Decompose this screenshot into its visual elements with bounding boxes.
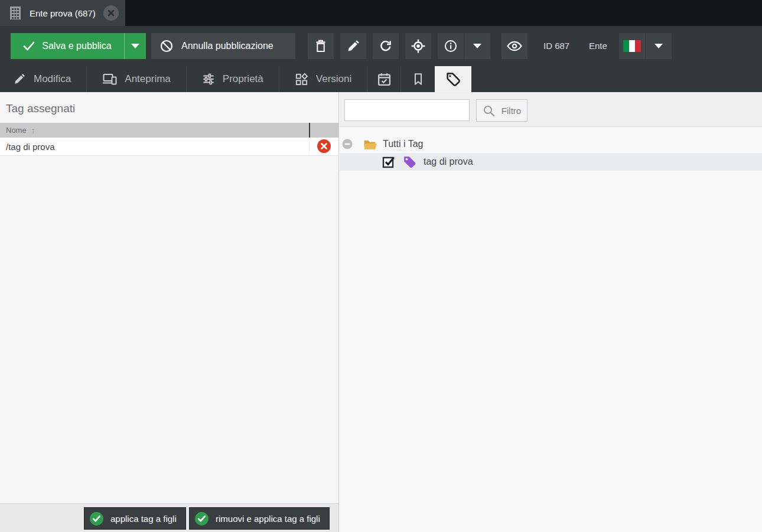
target-icon xyxy=(411,38,426,54)
assigned-tag-row[interactable]: /tag di prova xyxy=(0,138,338,156)
filter-bar: Filtro xyxy=(340,92,762,127)
tag-icon xyxy=(445,71,461,87)
calendar-check-icon xyxy=(377,72,392,87)
tree-root-label: Tutti i Tag xyxy=(383,139,423,149)
sort-ascending-icon: ↑ xyxy=(31,126,35,135)
column-header-label: Nome xyxy=(6,126,27,135)
check-circle-icon xyxy=(89,511,104,526)
tab-anteprima[interactable]: Anteprima xyxy=(87,66,186,92)
language-dropdown-button[interactable] xyxy=(646,33,672,59)
tags-view: Tag assegnati Nome ↑ /tag di prova xyxy=(0,92,762,532)
chevron-down-icon xyxy=(473,44,481,48)
language-flag-button[interactable] xyxy=(619,33,645,59)
info-icon xyxy=(444,39,458,53)
assigned-tags-footer: applica tag a figli rimuovi e applica ta… xyxy=(0,503,338,532)
tab-label: Proprietà xyxy=(223,73,263,85)
tab-tags-active[interactable] xyxy=(435,66,471,92)
eye-icon xyxy=(506,39,523,53)
tag-browser-panel: Filtro Tutti i Tag xyxy=(340,92,762,532)
pencil-icon xyxy=(346,39,360,53)
action-toolbar: Salva e pubblica Annulla pubblicazione xyxy=(0,26,762,66)
tab-scheduled-calendar[interactable] xyxy=(367,66,401,92)
tag-icon xyxy=(402,155,417,169)
assigned-tag-name: /tag di prova xyxy=(6,142,55,152)
save-publish-split-button: Salva e pubblica xyxy=(11,33,146,59)
close-icon xyxy=(108,9,115,17)
panel-title: Tag assegnati xyxy=(0,92,338,115)
search-icon xyxy=(483,105,495,117)
info-dropdown-button[interactable] xyxy=(464,33,490,59)
bookmark-icon xyxy=(412,72,425,86)
tab-proprieta[interactable]: Proprietà xyxy=(187,66,279,92)
checked-checkbox[interactable] xyxy=(382,155,396,169)
tree-tag-label: tag di prova xyxy=(424,156,473,167)
cms-edit-window: Ente prova (687) Salva e pubblica xyxy=(0,0,762,532)
trash-icon xyxy=(314,39,328,53)
tab-label: Anteprima xyxy=(125,73,170,85)
name-column-header[interactable]: Nome ↑ xyxy=(0,123,338,138)
language-selector xyxy=(619,33,672,59)
row-action-cell xyxy=(309,138,338,155)
delete-button[interactable] xyxy=(308,33,334,59)
edit-button[interactable] xyxy=(340,33,366,59)
tab-bookmark[interactable] xyxy=(401,66,435,92)
versions-icon xyxy=(295,73,308,86)
folder-open-icon xyxy=(363,138,377,151)
tab-label: Modifica xyxy=(34,73,71,85)
info-button[interactable] xyxy=(438,33,464,59)
view-tabs-bar: Modifica Anteprima Proprietà xyxy=(0,66,762,92)
pencil-icon xyxy=(13,73,26,86)
filter-button[interactable]: Filtro xyxy=(476,99,527,122)
apply-tags-to-children-button[interactable]: applica tag a figli xyxy=(84,507,186,530)
check-circle-icon xyxy=(194,511,209,526)
refresh-button[interactable] xyxy=(373,33,399,59)
unpublish-label: Annulla pubblicazione xyxy=(181,41,273,51)
tab-label: Versioni xyxy=(316,73,351,85)
close-tab-button[interactable] xyxy=(103,5,119,21)
sliders-icon xyxy=(202,73,215,86)
block-icon xyxy=(159,39,174,53)
locate-target-button[interactable] xyxy=(405,33,431,59)
document-tab[interactable]: Ente prova (687) xyxy=(0,0,125,26)
content-type-label: Ente xyxy=(589,33,607,59)
remove-circle-icon xyxy=(317,139,331,153)
remove-tag-button[interactable] xyxy=(317,139,331,153)
assigned-tags-panel: Tag assegnati Nome ↑ /tag di prova xyxy=(0,92,339,532)
tag-tree: Tutti i Tag tag di prova xyxy=(340,135,762,171)
column-divider xyxy=(309,123,310,138)
tree-tag-row[interactable]: tag di prova xyxy=(340,153,762,171)
save-options-dropdown[interactable] xyxy=(125,33,146,59)
building-icon xyxy=(9,6,21,20)
tag-filter-input[interactable] xyxy=(344,99,470,121)
document-tab-title: Ente prova (687) xyxy=(30,8,96,18)
unpublish-button[interactable]: Annulla pubblicazione xyxy=(151,33,295,59)
view-button[interactable] xyxy=(502,33,527,59)
collapse-icon[interactable] xyxy=(342,139,353,149)
document-tab-bar: Ente prova (687) xyxy=(0,0,762,26)
remove-apply-tags-to-children-button[interactable]: rimuovi e applica tag a figli xyxy=(189,507,330,530)
tree-root-row[interactable]: Tutti i Tag xyxy=(340,135,762,153)
check-icon xyxy=(23,41,35,51)
info-dropdown-group xyxy=(438,33,490,59)
button-label: applica tag a figli xyxy=(110,514,177,524)
tab-versioni[interactable]: Versioni xyxy=(279,66,367,92)
devices-icon xyxy=(102,73,117,86)
button-label: rimuovi e applica tag a figli xyxy=(216,514,320,524)
content-id-label: ID 687 xyxy=(543,33,569,59)
chevron-down-icon xyxy=(131,44,139,48)
italian-flag-icon xyxy=(623,40,641,52)
chevron-down-icon xyxy=(654,44,663,48)
save-publish-label: Salva e pubblica xyxy=(42,41,111,51)
filter-button-label: Filtro xyxy=(502,106,521,116)
tab-modifica[interactable]: Modifica xyxy=(0,66,87,92)
refresh-icon xyxy=(379,39,393,53)
save-publish-button[interactable]: Salva e pubblica xyxy=(11,33,125,59)
